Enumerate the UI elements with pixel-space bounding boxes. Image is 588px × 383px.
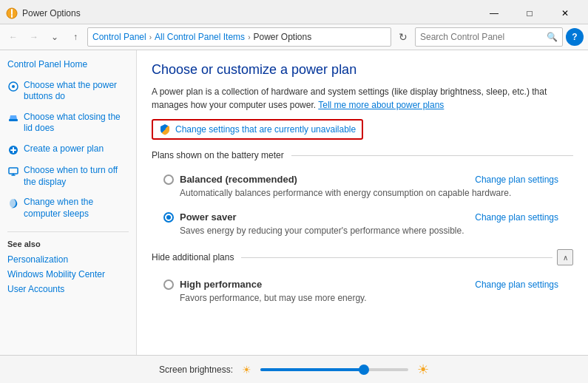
hide-plans-label: Hide additional plans xyxy=(152,252,234,262)
back-button[interactable]: ← xyxy=(4,28,22,46)
brightness-fill xyxy=(260,368,364,371)
change-plan-power-saver[interactable]: Change plan settings xyxy=(475,212,558,223)
up-button[interactable]: ↑ xyxy=(67,28,84,46)
plan-item-power-saver: Power saver Change plan settings Saves e… xyxy=(152,206,573,242)
shield-icon xyxy=(159,123,171,135)
search-box: 🔍 xyxy=(415,27,563,47)
sidebar-item-computer-sleeps[interactable]: Change when the computer sleeps xyxy=(7,197,129,220)
svg-rect-5 xyxy=(9,168,18,174)
bottom-bar: Screen brightness: ☀ ☀ xyxy=(0,355,588,383)
sidebar-item-create-plan[interactable]: Create a power plan xyxy=(7,143,129,156)
app-icon xyxy=(6,7,18,19)
sidebar-item-control-panel-home[interactable]: Control Panel Home xyxy=(7,59,129,71)
brightness-low-icon: ☀ xyxy=(242,364,251,376)
plan-desc-high-performance: Favors performance, but may use more ene… xyxy=(180,293,558,303)
recent-button[interactable]: ⌄ xyxy=(46,28,64,46)
breadcrumb-all-items[interactable]: All Control Panel Items xyxy=(155,32,245,42)
change-plan-high-performance[interactable]: Change plan settings xyxy=(475,279,558,290)
learn-more-link[interactable]: Tell me more about power plans xyxy=(318,100,444,110)
close-button[interactable]: ✕ xyxy=(548,4,582,22)
maximize-button[interactable]: □ xyxy=(513,4,547,22)
create-plan-icon xyxy=(7,144,19,156)
plan-name-power-saver: Power saver xyxy=(180,211,237,223)
brightness-slider[interactable] xyxy=(260,368,408,371)
title-bar: Power Options — □ ✕ xyxy=(0,0,588,24)
sidebar-item-closing-lid[interactable]: Choose what closing the lid does xyxy=(7,112,129,135)
turn-off-display-icon xyxy=(7,166,19,177)
refresh-button[interactable]: ↻ xyxy=(394,28,412,46)
breadcrumb: Control Panel › All Control Panel Items … xyxy=(87,27,391,47)
plan-name-high-performance: High performance xyxy=(180,279,262,290)
see-also-personalization[interactable]: Personalization xyxy=(7,254,129,265)
plan-item-high-performance: High performance Change plan settings Fa… xyxy=(152,273,573,309)
sidebar: Control Panel Home Choose what the power… xyxy=(0,50,137,355)
plan-radio-high-performance[interactable] xyxy=(163,279,174,290)
change-plan-balanced[interactable]: Change plan settings xyxy=(475,174,558,185)
search-icon: 🔍 xyxy=(547,32,558,42)
plans-section-label: Plans shown on the battery meter xyxy=(152,150,573,160)
plan-radio-power-saver[interactable] xyxy=(163,212,174,223)
see-also-label: See also xyxy=(7,231,129,248)
hide-plans-section: Hide additional plans ∧ High performance… xyxy=(152,249,573,309)
see-also-user-accounts[interactable]: User Accounts xyxy=(7,284,129,294)
collapse-button[interactable]: ∧ xyxy=(557,249,573,265)
main-content: Control Panel Home Choose what the power… xyxy=(0,50,588,355)
plan-item-balanced: Balanced (recommended) Change plan setti… xyxy=(152,168,573,204)
power-buttons-icon xyxy=(7,81,19,92)
plan-radio-balanced[interactable] xyxy=(163,174,174,185)
forward-button[interactable]: → xyxy=(25,28,43,46)
address-bar: ← → ⌄ ↑ Control Panel › All Control Pane… xyxy=(0,24,588,50)
breadcrumb-current: Power Options xyxy=(253,32,311,42)
svg-rect-3 xyxy=(9,119,18,121)
plan-name-balanced: Balanced (recommended) xyxy=(180,174,297,185)
search-input[interactable] xyxy=(420,32,547,42)
see-also-mobility[interactable]: Windows Mobility Center xyxy=(7,269,129,279)
title-bar-controls: — □ ✕ xyxy=(477,4,582,22)
sidebar-item-turn-off-display[interactable]: Choose when to turn off the display xyxy=(7,165,129,188)
svg-point-2 xyxy=(12,85,15,88)
page-title: Choose or customize a power plan xyxy=(152,62,573,78)
plan-desc-balanced: Automatically balances performance with … xyxy=(180,188,558,198)
computer-sleeps-icon xyxy=(7,197,19,209)
plan-desc-power-saver: Saves energy by reducing your computer's… xyxy=(180,226,558,236)
title-bar-title: Power Options xyxy=(22,8,477,18)
sidebar-item-power-buttons[interactable]: Choose what the power buttons do xyxy=(7,80,129,103)
brightness-thumb[interactable] xyxy=(359,365,369,375)
closing-lid-icon xyxy=(7,112,19,124)
content-area: Choose or customize a power plan A power… xyxy=(137,50,588,355)
change-settings-button[interactable]: Change settings that are currently unava… xyxy=(152,119,363,140)
brightness-high-icon: ☀ xyxy=(417,362,429,378)
change-settings-label: Change settings that are currently unava… xyxy=(175,124,356,135)
breadcrumb-control-panel[interactable]: Control Panel xyxy=(92,32,146,42)
brightness-label: Screen brightness: xyxy=(159,365,233,375)
help-button[interactable]: ? xyxy=(566,28,584,46)
minimize-button[interactable]: — xyxy=(477,4,511,22)
content-description: A power plan is a collection of hardware… xyxy=(152,85,573,112)
